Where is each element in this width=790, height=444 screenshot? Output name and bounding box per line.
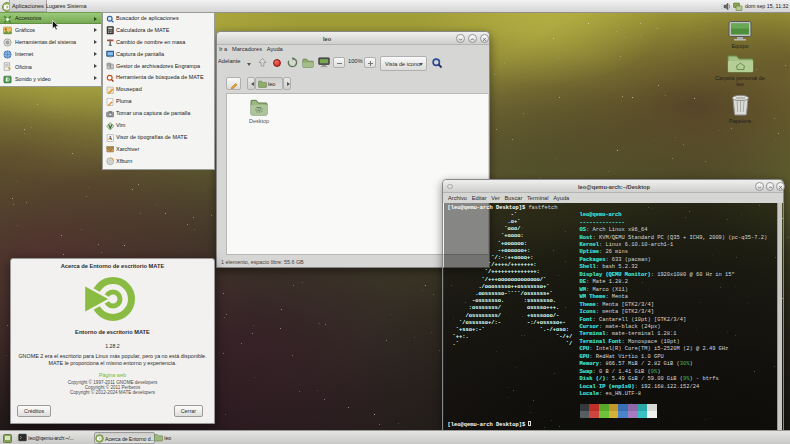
svg-text:A: A	[108, 135, 112, 141]
